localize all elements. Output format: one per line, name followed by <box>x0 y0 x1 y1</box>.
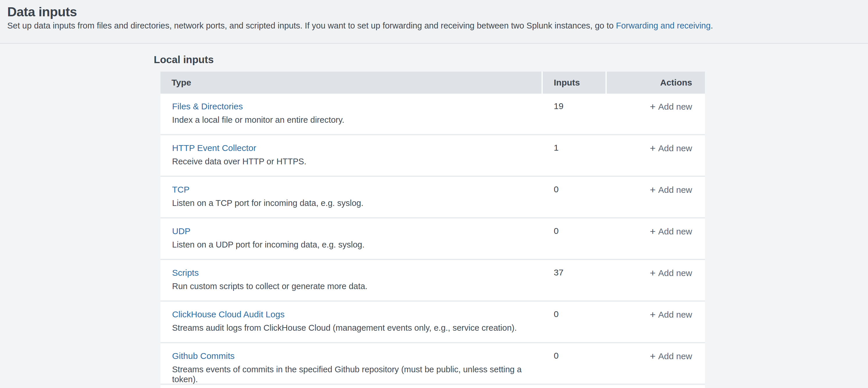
type-cell: HTTP Event Collector Receive data over H… <box>160 135 541 176</box>
input-type-link[interactable]: HTTP Event Collector <box>172 143 256 153</box>
inputs-count: 1 <box>543 135 606 176</box>
add-new-label: Add new <box>658 227 692 236</box>
actions-cell: +Add new <box>607 343 705 384</box>
table-row: Files & Directories Index a local file o… <box>160 94 705 135</box>
type-cell: UDP Listen on a UDP port for incoming da… <box>160 218 541 259</box>
input-type-description: Run custom scripts to collect or generat… <box>172 281 541 291</box>
subtitle-text-before-link: Set up data inputs from files and direct… <box>7 21 616 30</box>
table-row: ClickHouse Cloud Audit Logs Streams audi… <box>160 302 705 343</box>
inputs-count: 19 <box>543 94 606 134</box>
input-type-link[interactable]: TCP <box>172 185 189 194</box>
plus-icon: + <box>650 143 655 154</box>
inputs-count: 0 <box>543 177 606 217</box>
column-header-actions: Actions <box>607 71 705 94</box>
table-row: Github Commits Streams events of commits… <box>160 343 705 385</box>
actions-cell: +Add new <box>607 302 705 342</box>
add-new-label: Add new <box>658 102 692 111</box>
page-title: Data inputs <box>7 4 856 20</box>
local-inputs-table: Type Inputs Actions Files & Directories … <box>160 71 705 388</box>
input-type-link[interactable]: Files & Directories <box>172 101 243 111</box>
input-type-link[interactable]: Github Commits <box>172 351 235 361</box>
actions-cell: +Add new <box>607 218 705 259</box>
column-header-type: Type <box>160 71 541 94</box>
type-cell: Files & Directories Index a local file o… <box>160 94 541 134</box>
page-subtitle: Set up data inputs from files and direct… <box>7 20 856 31</box>
add-new-link[interactable]: +Add new <box>650 310 692 319</box>
plus-icon: + <box>650 309 655 320</box>
actions-cell: +Add new <box>607 94 705 134</box>
type-cell: TCP Listen on a TCP port for incoming da… <box>160 177 541 217</box>
add-new-link[interactable]: +Add new <box>650 143 692 153</box>
table-row: Scripts Run custom scripts to collect or… <box>160 260 705 302</box>
next-row-partial <box>160 385 705 388</box>
input-type-description: Receive data over HTTP or HTTPS. <box>172 156 541 167</box>
forwarding-and-receiving-link[interactable]: Forwarding and receiving <box>616 21 711 30</box>
input-type-link[interactable]: Scripts <box>172 268 199 277</box>
input-type-link[interactable]: ClickHouse Cloud Audit Logs <box>172 309 285 319</box>
local-inputs-heading: Local inputs <box>154 54 868 66</box>
inputs-count: 0 <box>543 302 606 342</box>
add-new-label: Add new <box>658 268 692 278</box>
input-type-description: Streams events of commits in the specifi… <box>172 364 541 384</box>
inputs-count: 0 <box>543 343 606 384</box>
column-header-inputs: Inputs <box>543 71 606 94</box>
subtitle-text-after-link: . <box>711 21 713 30</box>
actions-cell: +Add new <box>607 177 705 217</box>
type-cell: Scripts Run custom scripts to collect or… <box>160 260 541 300</box>
table-header-row: Type Inputs Actions <box>160 71 705 94</box>
plus-icon: + <box>650 351 655 361</box>
table-row: TCP Listen on a TCP port for incoming da… <box>160 177 705 218</box>
plus-icon: + <box>650 184 655 195</box>
inputs-count: 37 <box>543 260 606 300</box>
add-new-label: Add new <box>658 310 692 319</box>
plus-icon: + <box>650 226 655 237</box>
input-type-description: Listen on a UDP port for incoming data, … <box>172 240 541 249</box>
table-row: HTTP Event Collector Receive data over H… <box>160 135 705 177</box>
actions-cell: +Add new <box>607 260 705 300</box>
page-header: Data inputs Set up data inputs from file… <box>0 0 868 43</box>
add-new-link[interactable]: +Add new <box>650 268 692 278</box>
plus-icon: + <box>650 101 655 112</box>
type-cell: ClickHouse Cloud Audit Logs Streams audi… <box>160 302 541 342</box>
add-new-label: Add new <box>658 143 692 153</box>
add-new-label: Add new <box>658 351 692 361</box>
add-new-link[interactable]: +Add new <box>650 351 692 361</box>
input-type-link[interactable]: UDP <box>172 226 190 236</box>
add-new-link[interactable]: +Add new <box>650 227 692 236</box>
input-type-description: Streams audit logs from ClickHouse Cloud… <box>172 323 541 333</box>
type-cell: Github Commits Streams events of commits… <box>160 343 541 384</box>
add-new-link[interactable]: +Add new <box>650 185 692 195</box>
inputs-count: 0 <box>543 218 606 259</box>
actions-cell: +Add new <box>607 135 705 176</box>
add-new-link[interactable]: +Add new <box>650 102 692 111</box>
table-body: Files & Directories Index a local file o… <box>160 94 705 385</box>
table-row: UDP Listen on a UDP port for incoming da… <box>160 218 705 260</box>
input-type-description: Listen on a TCP port for incoming data, … <box>172 198 541 208</box>
input-type-description: Index a local file or monitor an entire … <box>172 115 541 125</box>
add-new-label: Add new <box>658 185 692 195</box>
main-content: Local inputs Type Inputs Actions Files &… <box>0 43 868 388</box>
plus-icon: + <box>650 267 655 278</box>
